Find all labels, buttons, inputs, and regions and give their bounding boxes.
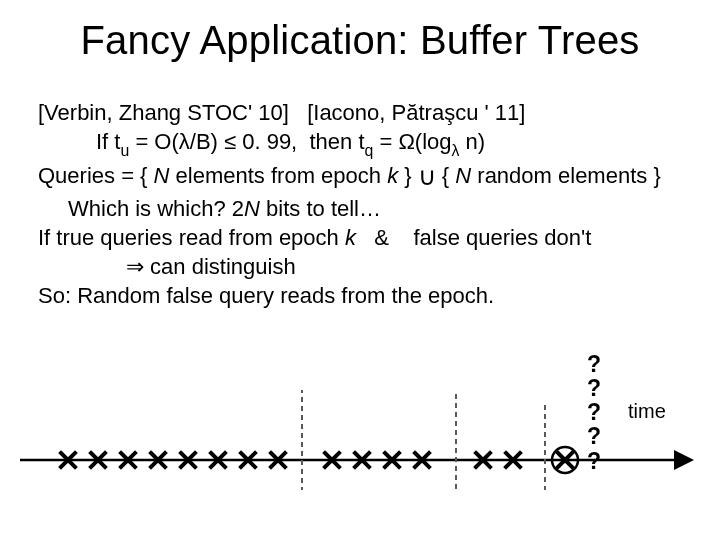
t: If t: [96, 129, 120, 154]
sub-lambda: λ: [452, 142, 460, 159]
ital-N: N: [455, 163, 471, 188]
so-line: So: Random false query reads from the ep…: [38, 281, 682, 310]
t: bits to tell…: [260, 196, 381, 221]
sub-u: u: [120, 142, 129, 159]
ital-N: N: [154, 163, 170, 188]
ital-N: N: [244, 196, 260, 221]
t: {: [436, 163, 456, 188]
t: n): [459, 129, 485, 154]
t: Queries = {: [38, 163, 154, 188]
t: }: [398, 163, 418, 188]
t: elements from epoch: [169, 163, 387, 188]
ital-k: k: [345, 225, 356, 250]
slide-title: Fancy Application: Buffer Trees: [0, 18, 720, 63]
t: Which is which? 2: [68, 196, 244, 221]
which-line: Which is which? 2N bits to tell…: [38, 194, 682, 223]
union-symbol: ∪: [418, 162, 436, 190]
true-line: If true queries read from epoch k & fals…: [38, 223, 682, 252]
refs-line: [Verbin, Zhang STOC' 10] [Iacono, Pătraş…: [38, 98, 682, 127]
slide-body: [Verbin, Zhang STOC' 10] [Iacono, Pătraş…: [38, 98, 682, 310]
t: If true queries read from epoch: [38, 225, 345, 250]
queries-line: Queries = { N elements from epoch k } ∪ …: [38, 160, 682, 193]
t: random elements }: [471, 163, 661, 188]
if-line: If tu = O(λ/B) ≤ 0. 99, then tq = Ω(logλ…: [38, 127, 682, 160]
t: & false queries don't: [356, 225, 591, 250]
sub-q: q: [365, 142, 374, 159]
t: = O(λ/B) ≤ 0. 99, then t: [129, 129, 364, 154]
imply-line: ⇒ can distinguish: [38, 252, 682, 281]
ital-k: k: [387, 163, 398, 188]
q-mark: ?: [580, 352, 608, 376]
t: = Ω(log: [373, 129, 451, 154]
epoch-diagram: [20, 390, 700, 530]
